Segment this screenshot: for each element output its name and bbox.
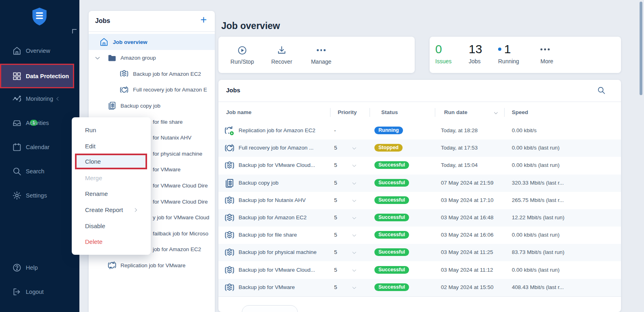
vertical-scrollbar-thumb[interactable]	[640, 2, 642, 95]
tree-item-backup-job-for-amazon-ec2[interactable]: Backup job for Amazon EC2	[89, 66, 215, 82]
jobs-panel-header: Jobs +	[89, 11, 215, 32]
folder-icon	[107, 53, 117, 63]
sidebar-item-logout[interactable]: Logout	[0, 284, 79, 300]
priority-value: 5	[334, 249, 337, 255]
running-dot-icon	[498, 48, 501, 51]
priority-value: 5	[334, 284, 337, 290]
menu-item-label: Delete	[85, 238, 102, 245]
priority-dropdown-chevron-icon[interactable]	[351, 285, 357, 291]
column-header-speed[interactable]: Speed	[512, 109, 528, 115]
priority-value: 5	[334, 197, 337, 203]
load-more-button[interactable]	[242, 305, 298, 312]
table-row-backup-job-for-file-share[interactable]: Backup job for file share 5 Successful 0…	[218, 227, 621, 244]
manage-button[interactable]: Manage	[301, 41, 341, 69]
run-date: 03 May 2024 at 16:06	[441, 232, 494, 238]
backup-icon	[224, 195, 235, 206]
menu-item-label: Merge	[85, 175, 102, 181]
tree-item-label: Amazon group	[120, 55, 156, 61]
run-date: 03 May 2024 at 11:12	[441, 267, 493, 273]
column-header-priority[interactable]: Priority	[338, 109, 357, 115]
priority-dropdown-chevron-icon[interactable]	[351, 233, 357, 238]
job-name: Backup job for VMware	[239, 284, 330, 290]
menu-item-create-report[interactable]: Create Report	[72, 202, 151, 218]
table-row-backup-job-for-vmware-cloud[interactable]: Backup job for VMware Cloud... 5 Success…	[218, 157, 621, 174]
column-separator	[435, 108, 435, 117]
job-name: Backup job for file share	[239, 232, 330, 238]
priority-value: 5	[334, 214, 337, 220]
sidebar-item-overview[interactable]: Overview	[0, 43, 79, 59]
table-row-backup-job-for-vmware[interactable]: Backup job for VMware 5 Successful 02 Ma…	[218, 279, 621, 296]
tree-item-replication-job-for-vmware[interactable]: Replication job for VMware	[89, 257, 215, 273]
tree-item-backup-copy-job[interactable]: Backup copy job	[89, 98, 215, 114]
status-badge: Stopped	[374, 144, 403, 152]
recover-button[interactable]: Recover	[262, 41, 301, 69]
home-icon	[12, 46, 22, 56]
search-icon[interactable]	[597, 86, 606, 95]
priority-dropdown-chevron-icon[interactable]	[351, 163, 357, 168]
chevron-left-icon[interactable]	[55, 96, 60, 102]
tree-item-amazon-group[interactable]: Amazon group	[89, 50, 215, 66]
sidebar-item-label: Search	[26, 168, 44, 175]
speed: 265.75 Mbit/s (last r...	[512, 197, 613, 203]
sidebar-item-label: Calendar	[26, 144, 50, 150]
menu-item-clone[interactable]: Clone	[75, 154, 147, 169]
table-row-full-recovery-job-for-amazon[interactable]: Full recovery job for Amazon ... 5 Stopp…	[218, 139, 621, 157]
menu-item-rename[interactable]: Rename	[72, 186, 151, 202]
menu-item-run[interactable]: Run	[72, 122, 151, 138]
tree-item-job-overview[interactable]: Job overview	[89, 34, 215, 50]
priority-dropdown-chevron-icon[interactable]	[351, 181, 357, 186]
stat-value: 13	[469, 42, 482, 56]
column-header-run-date[interactable]: Run date	[444, 109, 467, 115]
sidebar-item-settings[interactable]: Settings	[0, 187, 79, 204]
play-circle-icon	[237, 45, 247, 56]
table-row-backup-job-for-nutanix-ahv[interactable]: Backup job for Nutanix AHV 5 Successful …	[218, 192, 621, 209]
menu-item-disable[interactable]: Disable	[72, 218, 151, 234]
table-row-backup-copy-job[interactable]: Backup copy job 5 Successful 07 May 2024…	[218, 175, 621, 192]
sidebar-collapse-icon[interactable]	[72, 29, 77, 33]
stat-more[interactable]: More	[540, 42, 553, 64]
priority-dropdown-chevron-icon[interactable]	[351, 250, 357, 256]
table-row-backup-job-for-vmware-cloud[interactable]: Backup job for VMware Cloud... 5 Success…	[218, 262, 621, 279]
sidebar-item-data-protection[interactable]: Data Protection	[0, 64, 74, 88]
toolbar-button-label: Recover	[271, 58, 292, 65]
menu-item-delete[interactable]: Delete	[72, 234, 151, 250]
column-header-job-name[interactable]: Job name	[226, 109, 251, 115]
stats-card: 0 Issues13 Jobs1 Running More	[430, 37, 621, 73]
tree-item-label: Replication job for VMware	[120, 262, 185, 268]
table-row-backup-job-for-physical-machine[interactable]: Backup job for physical machine 5 Succes…	[218, 244, 621, 261]
tree-item-full-recovery-job-for-amazon-e[interactable]: Full recovery job for Amazon E	[89, 82, 215, 98]
download-icon	[276, 45, 287, 56]
sidebar-item-label: Monitoring	[26, 96, 53, 102]
run-date: Today, at 17:53	[441, 145, 478, 151]
priority-dropdown-chevron-icon[interactable]	[351, 198, 357, 204]
speed: 0.00 kbit/s	[512, 127, 613, 133]
status-badge: Successful	[374, 214, 409, 221]
stat-running: 1 Running	[498, 42, 519, 64]
run-stop-button[interactable]: Run/Stop	[222, 41, 262, 69]
sort-chevron-down-icon[interactable]	[493, 110, 499, 116]
sidebar-item-help[interactable]: Help	[0, 260, 79, 276]
priority-dropdown-chevron-icon[interactable]	[351, 215, 357, 221]
sidebar-item-calendar[interactable]: Calendar	[0, 139, 79, 155]
stat-value: 1	[498, 42, 519, 56]
speed: 83.73 Mbit/s (last run)	[512, 249, 613, 255]
menu-item-edit[interactable]: Edit	[72, 138, 151, 154]
sidebar-item-activities[interactable]: 1 Activities	[0, 115, 79, 131]
add-job-button[interactable]: +	[200, 15, 207, 25]
priority-value: 5	[334, 162, 337, 168]
table-row-backup-job-for-amazon-ec2[interactable]: Backup job for Amazon EC2 5 Successful 0…	[218, 209, 621, 227]
backup-icon	[224, 247, 235, 258]
column-header-status[interactable]: Status	[381, 109, 398, 115]
ellipsis-icon	[540, 48, 550, 50]
chevron-right-icon	[133, 207, 139, 213]
priority-dropdown-chevron-icon[interactable]	[351, 146, 357, 151]
backup-icon	[224, 160, 235, 171]
chevron-down-icon[interactable]	[94, 55, 101, 61]
sidebar-item-monitoring[interactable]: Monitoring	[0, 91, 79, 107]
priority-dropdown-chevron-icon[interactable]	[351, 268, 357, 273]
job-name: Backup job for Nutanix AHV	[239, 197, 330, 203]
sidebar-item-search[interactable]: Search	[0, 163, 79, 179]
toolbar-card: Run/StopRecoverManage	[218, 37, 415, 73]
table-row-replication-job-for-amazon-ec2[interactable]: Replication job for Amazon EC2 - Running…	[218, 122, 621, 139]
search-icon	[12, 166, 22, 176]
